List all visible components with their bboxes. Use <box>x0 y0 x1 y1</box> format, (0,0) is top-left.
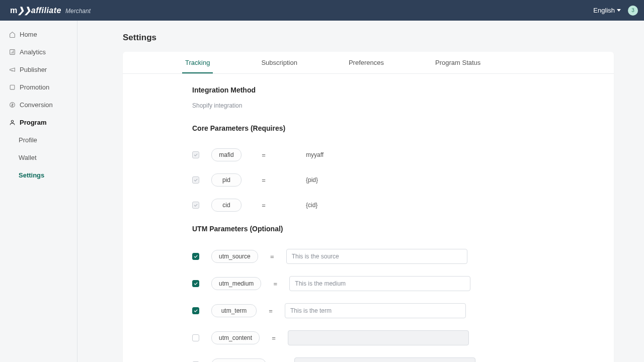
sidebar-item-publisher[interactable]: Publisher <box>0 61 77 78</box>
checkbox-mafid <box>192 151 199 158</box>
param-key: utm_source <box>211 250 258 263</box>
language-label: English <box>593 7 615 14</box>
svg-rect-1 <box>10 85 15 89</box>
tab-subscription[interactable]: Subscription <box>258 52 300 73</box>
brand-subtitle: Merchant <box>65 8 91 15</box>
param-key: utm_campaign <box>211 358 266 362</box>
utm-param-row: utm_content = <box>192 330 594 345</box>
checkbox-utm-term[interactable] <box>192 307 199 314</box>
sidebar-item-label: Conversion <box>20 101 53 109</box>
user-icon <box>9 119 16 126</box>
sidebar-item-label: Settings <box>19 171 44 179</box>
checkbox-cid <box>192 202 199 209</box>
utm-param-row: utm_medium = <box>192 276 594 291</box>
main-content: Settings Tracking Subscription Preferenc… <box>77 21 644 362</box>
utm-param-row: utm_source = <box>192 249 594 264</box>
core-param-row: cid = {cid} <box>192 199 594 212</box>
utm-campaign-input[interactable] <box>294 357 475 362</box>
svg-point-3 <box>11 120 13 122</box>
param-key: utm_medium <box>211 277 261 290</box>
sidebar-item-label: Promotion <box>20 83 49 91</box>
param-value: myyaff <box>286 151 437 158</box>
utm-source-input[interactable] <box>286 249 467 264</box>
equals-sign: = <box>257 307 285 315</box>
param-key: utm_term <box>211 304 257 317</box>
topbar: m❯❯affiliate Merchant English 3 <box>0 0 644 21</box>
utm-medium-input[interactable] <box>289 276 470 291</box>
sidebar: Home Analytics Publisher Promotion Conve… <box>0 21 77 362</box>
sidebar-item-label: Wallet <box>19 154 37 161</box>
param-key: mafid <box>211 148 242 161</box>
equals-sign: = <box>242 151 286 159</box>
sidebar-item-analytics[interactable]: Analytics <box>0 43 77 61</box>
settings-card: Tracking Subscription Preferences Progra… <box>123 52 614 362</box>
tag-icon <box>9 84 16 90</box>
tabs: Tracking Subscription Preferences Progra… <box>123 52 614 74</box>
sidebar-item-label: Publisher <box>20 66 47 73</box>
sidebar-subitem-wallet[interactable]: Wallet <box>0 149 77 166</box>
equals-sign: = <box>260 334 288 342</box>
sidebar-item-label: Program <box>20 119 46 126</box>
param-key: utm_content <box>211 331 260 344</box>
sidebar-item-program[interactable]: Program <box>0 114 77 131</box>
param-value: {cid} <box>286 202 437 209</box>
tab-program-status[interactable]: Program Status <box>432 52 484 73</box>
utm-param-row: utm_campaign = <box>192 357 594 362</box>
sidebar-item-label: Analytics <box>20 48 46 56</box>
megaphone-icon <box>9 66 16 73</box>
analytics-icon <box>9 49 16 55</box>
utm-heading: UTM Parameters (Optional) <box>192 225 594 233</box>
brand-logo: m❯❯affiliate <box>10 6 61 15</box>
sidebar-item-label: Profile <box>19 136 37 144</box>
page-title: Settings <box>123 33 614 43</box>
utm-term-input[interactable] <box>285 303 466 318</box>
utm-param-row: utm_term = <box>192 303 594 318</box>
avatar[interactable]: 3 <box>628 6 638 16</box>
param-key: pid <box>211 173 242 187</box>
core-param-row: mafid = myyaff <box>192 148 594 161</box>
sidebar-item-label: Home <box>20 31 37 38</box>
home-icon <box>9 31 16 38</box>
sidebar-item-promotion[interactable]: Promotion <box>0 78 77 96</box>
sidebar-subitem-settings[interactable]: Settings <box>0 166 77 184</box>
language-selector[interactable]: English <box>593 7 621 14</box>
checkbox-utm-medium[interactable] <box>192 280 199 287</box>
core-param-row: pid = {pid} <box>192 173 594 187</box>
sidebar-subitem-profile[interactable]: Profile <box>0 131 77 149</box>
utm-content-input[interactable] <box>288 330 469 345</box>
param-value: {pid} <box>286 176 437 184</box>
equals-sign: = <box>242 176 286 184</box>
checkbox-pid <box>192 176 199 184</box>
dollar-icon <box>9 102 16 108</box>
equals-sign: = <box>258 253 286 260</box>
integration-heading: Integration Method <box>192 86 594 94</box>
tab-tracking[interactable]: Tracking <box>182 52 213 73</box>
checkbox-utm-content[interactable] <box>192 334 199 341</box>
param-key: cid <box>211 199 242 212</box>
equals-sign: = <box>261 280 289 288</box>
equals-sign: = <box>242 202 286 209</box>
brand: m❯❯affiliate Merchant <box>10 6 91 15</box>
core-heading: Core Parameters (Requires) <box>192 124 594 132</box>
checkbox-utm-source[interactable] <box>192 253 199 260</box>
integration-value: Shopify integration <box>192 102 594 109</box>
sidebar-item-home[interactable]: Home <box>0 26 77 43</box>
chevron-down-icon <box>617 9 621 12</box>
tab-preferences[interactable]: Preferences <box>346 52 387 73</box>
sidebar-item-conversion[interactable]: Conversion <box>0 96 77 114</box>
